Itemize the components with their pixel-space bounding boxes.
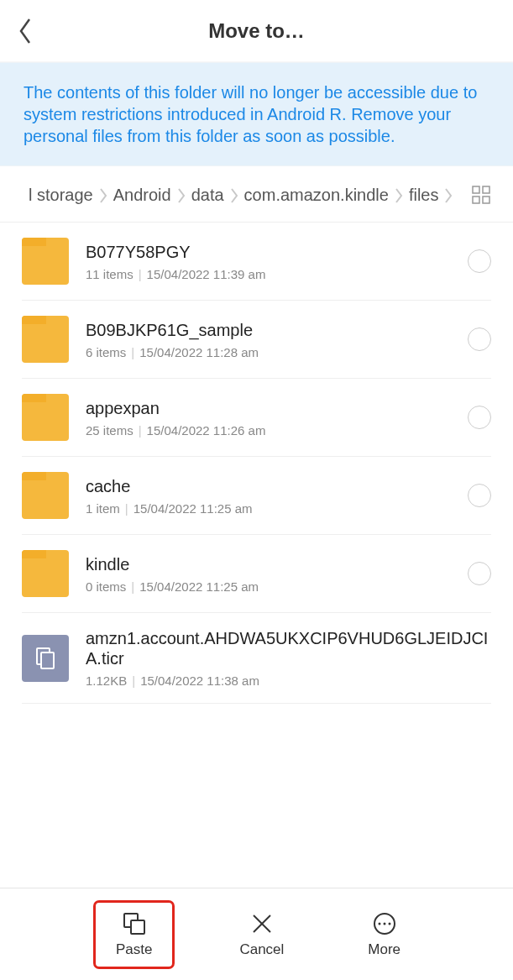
chevron-right-icon: [443, 186, 453, 205]
more-label: More: [368, 941, 400, 958]
folder-icon: [22, 238, 69, 285]
paste-label: Paste: [116, 941, 152, 958]
cancel-button[interactable]: Cancel: [222, 903, 301, 967]
paste-button[interactable]: Paste: [96, 903, 172, 967]
folder-row[interactable]: B077Y58PGY11 items|15/04/2022 11:39 am: [22, 223, 491, 301]
folder-icon: [22, 394, 69, 441]
chevron-right-icon: [229, 186, 239, 205]
svg-rect-2: [473, 197, 479, 203]
item-meta: 0 items|15/04/2022 11:25 am: [86, 579, 451, 594]
item-name: appexpan: [86, 398, 451, 418]
select-radio[interactable]: [468, 328, 491, 351]
item-meta: 25 items|15/04/2022 11:26 am: [86, 423, 451, 438]
page-title: Move to…: [0, 19, 513, 43]
breadcrumb-item[interactable]: com.amazon.kindle: [244, 186, 389, 205]
folder-icon: [22, 472, 69, 519]
svg-rect-0: [473, 186, 479, 193]
item-info: kindle0 items|15/04/2022 11:25 am: [86, 554, 451, 594]
chevron-right-icon: [98, 186, 108, 205]
item-name: cache: [86, 476, 451, 496]
chevron-right-icon: [394, 186, 404, 205]
item-info: cache1 item|15/04/2022 11:25 am: [86, 476, 451, 516]
select-radio[interactable]: [468, 249, 491, 273]
folder-row[interactable]: kindle0 items|15/04/2022 11:25 am: [22, 535, 491, 613]
close-icon: [249, 911, 275, 936]
breadcrumb-item[interactable]: Android: [113, 186, 171, 205]
item-info: amzn1.account.AHDWA5UKXCIP6VHUD6GLJEIDJC…: [86, 628, 491, 688]
file-list: B077Y58PGY11 items|15/04/2022 11:39 amB0…: [0, 223, 513, 704]
item-name: B077Y58PGY: [86, 242, 451, 262]
breadcrumb-item[interactable]: l storage: [29, 186, 93, 205]
bottom-action-bar: Paste Cancel More: [0, 888, 513, 980]
folder-icon: [22, 550, 69, 597]
folder-row[interactable]: cache1 item|15/04/2022 11:25 am: [22, 457, 491, 535]
item-info: B077Y58PGY11 items|15/04/2022 11:39 am: [86, 242, 451, 281]
breadcrumb-item[interactable]: data: [191, 186, 224, 205]
svg-rect-1: [483, 186, 489, 193]
svg-point-11: [378, 922, 380, 925]
file-row[interactable]: amzn1.account.AHDWA5UKXCIP6VHUD6GLJEIDJC…: [22, 613, 491, 704]
breadcrumb: l storageAndroiddatacom.amazon.kindlefil…: [0, 166, 513, 223]
svg-point-13: [388, 922, 390, 925]
select-radio[interactable]: [468, 406, 491, 429]
more-icon: [372, 911, 397, 936]
header: Move to…: [0, 0, 513, 62]
folder-row[interactable]: B09BJKP61G_sample6 items|15/04/2022 11:2…: [22, 301, 491, 379]
grid-view-toggle[interactable]: [469, 183, 493, 207]
svg-rect-5: [41, 652, 54, 668]
item-meta: 1 item|15/04/2022 11:25 am: [86, 501, 451, 516]
breadcrumb-item[interactable]: files: [409, 186, 439, 205]
item-meta: 6 items|15/04/2022 11:28 am: [86, 345, 451, 359]
grid-icon: [471, 185, 491, 205]
warning-text: The contents of this folder will no long…: [24, 81, 489, 147]
select-radio[interactable]: [468, 562, 491, 585]
item-info: B09BJKP61G_sample6 items|15/04/2022 11:2…: [86, 320, 451, 359]
document-icon: [22, 635, 69, 682]
item-name: kindle: [86, 554, 451, 574]
chevron-right-icon: [176, 186, 186, 205]
paste-icon: [122, 911, 147, 936]
cancel-label: Cancel: [239, 941, 284, 958]
item-info: appexpan25 items|15/04/2022 11:26 am: [86, 398, 451, 438]
folder-icon: [22, 316, 69, 363]
back-button[interactable]: [0, 0, 50, 61]
svg-rect-3: [483, 197, 489, 203]
svg-point-12: [383, 922, 385, 925]
item-name: amzn1.account.AHDWA5UKXCIP6VHUD6GLJEIDJC…: [86, 628, 491, 668]
folder-row[interactable]: appexpan25 items|15/04/2022 11:26 am: [22, 379, 491, 457]
item-meta: 11 items|15/04/2022 11:39 am: [86, 267, 451, 281]
warning-banner: The contents of this folder will no long…: [0, 62, 513, 166]
select-radio[interactable]: [468, 484, 491, 507]
more-button[interactable]: More: [351, 903, 417, 967]
item-meta: 1.12KB|15/04/2022 11:38 am: [86, 673, 491, 688]
svg-rect-7: [131, 920, 144, 934]
chevron-left-icon: [17, 17, 34, 45]
item-name: B09BJKP61G_sample: [86, 320, 451, 340]
